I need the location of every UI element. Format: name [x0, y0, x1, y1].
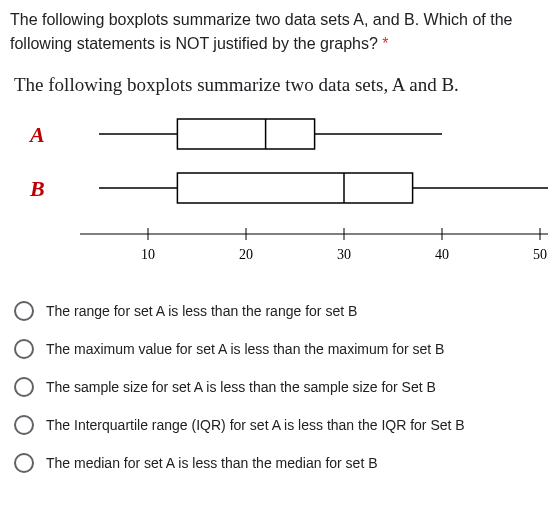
option-label: The maximum value for set A is less than…: [46, 341, 444, 357]
quiz-question-block: The following boxplots summarize two dat…: [0, 0, 558, 488]
option-0[interactable]: The range for set A is less than the ran…: [8, 292, 550, 330]
x-tick-3: 40: [435, 247, 449, 262]
option-label: The median for set A is less than the me…: [46, 455, 378, 471]
answer-options: The range for set A is less than the ran…: [0, 284, 558, 488]
svg-rect-6: [177, 173, 412, 203]
x-tick-2: 30: [337, 247, 351, 262]
boxplot-b: [99, 173, 548, 203]
question-text-container: The following boxplots summarize two dat…: [0, 0, 558, 60]
option-2[interactable]: The sample size for set A is less than t…: [8, 368, 550, 406]
radio-icon: [14, 453, 34, 473]
radio-icon: [14, 415, 34, 435]
radio-icon: [14, 301, 34, 321]
x-tick-1: 20: [239, 247, 253, 262]
figure-title: The following boxplots summarize two dat…: [10, 66, 548, 104]
radio-icon: [14, 339, 34, 359]
svg-rect-2: [177, 119, 314, 149]
x-axis: [80, 228, 548, 240]
option-1[interactable]: The maximum value for set A is less than…: [8, 330, 550, 368]
required-indicator: *: [382, 35, 388, 52]
series-label-b: B: [29, 176, 45, 201]
boxplot-a: [99, 119, 442, 149]
option-4[interactable]: The median for set A is less than the me…: [8, 444, 550, 482]
x-tick-0: 10: [141, 247, 155, 262]
option-3[interactable]: The Interquartile range (IQR) for set A …: [8, 406, 550, 444]
boxplot-chart: A B: [10, 104, 548, 284]
radio-icon: [14, 377, 34, 397]
figure-container: The following boxplots summarize two dat…: [0, 60, 558, 284]
series-label-a: A: [28, 122, 45, 147]
option-label: The sample size for set A is less than t…: [46, 379, 436, 395]
question-text: The following boxplots summarize two dat…: [10, 11, 512, 52]
option-label: The Interquartile range (IQR) for set A …: [46, 417, 465, 433]
x-tick-4: 50: [533, 247, 547, 262]
option-label: The range for set A is less than the ran…: [46, 303, 357, 319]
